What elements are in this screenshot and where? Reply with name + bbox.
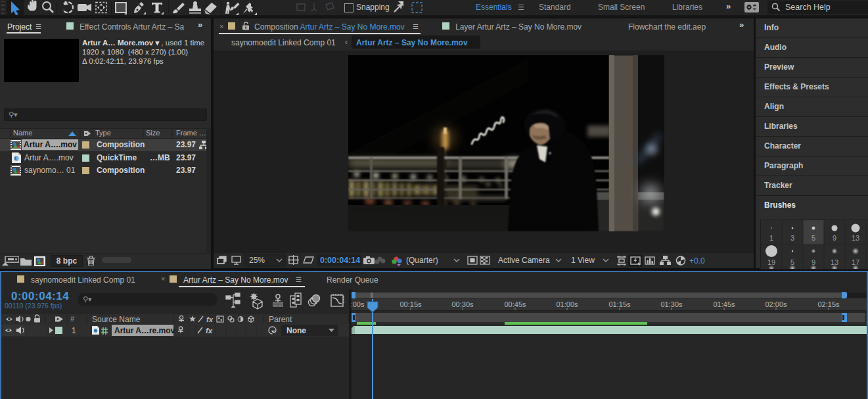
- svg-text:00:45s: 00:45s: [504, 300, 526, 308]
- svg-text:0:00s: 0:00s: [350, 300, 365, 308]
- svg-text:Artur A…re.mov: Artur A…re.mov: [114, 326, 175, 335]
- svg-text:Active Camera: Active Camera: [498, 256, 550, 265]
- svg-text:(Quarter): (Quarter): [406, 256, 438, 265]
- svg-text:Source Name: Source Name: [92, 315, 141, 324]
- svg-text:00:15s: 00:15s: [400, 300, 422, 308]
- svg-text:fx: fx: [206, 327, 213, 335]
- svg-text:01:15s: 01:15s: [608, 300, 631, 308]
- svg-text:13: 13: [852, 234, 859, 242]
- svg-text:00:30s: 00:30s: [451, 300, 474, 308]
- svg-text:02:15s: 02:15s: [817, 300, 840, 308]
- svg-text:25%: 25%: [249, 256, 265, 265]
- svg-text:02:00s: 02:00s: [765, 300, 787, 308]
- svg-text:9: 9: [833, 234, 836, 242]
- svg-text:01:30s: 01:30s: [660, 300, 683, 308]
- svg-text:19: 19: [767, 258, 775, 266]
- svg-text:1: 1: [769, 234, 773, 242]
- svg-text:1 View: 1 View: [571, 256, 595, 265]
- svg-text:Parent: Parent: [269, 315, 292, 324]
- svg-text:5: 5: [811, 234, 815, 242]
- svg-text:0:00:04:14: 0:00:04:14: [320, 256, 360, 265]
- svg-text:1: 1: [72, 326, 76, 335]
- svg-text:3: 3: [790, 234, 794, 242]
- svg-text:#: #: [70, 315, 75, 323]
- svg-text:fx: fx: [206, 316, 214, 323]
- svg-text:None: None: [286, 326, 306, 335]
- svg-text:01:00s: 01:00s: [556, 300, 578, 308]
- svg-text:01:45s: 01:45s: [713, 300, 735, 308]
- svg-text:+0.0: +0.0: [689, 256, 705, 266]
